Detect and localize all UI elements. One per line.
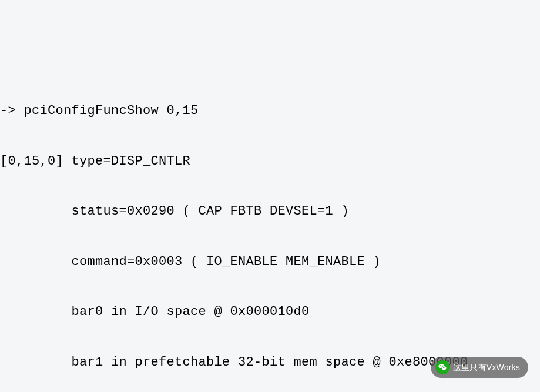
watermark-text: 这里只有VxWorks: [453, 359, 520, 376]
wechat-icon: [435, 360, 450, 374]
terminal-line: -> pciConfigFuncShow 0,15: [0, 103, 540, 120]
terminal-line: command=0x0003 ( IO_ENABLE MEM_ENABLE ): [0, 254, 540, 271]
watermark-badge: 这里只有VxWorks: [431, 357, 528, 378]
terminal-line: [0,15,0] type=DISP_CNTLR: [0, 153, 540, 170]
terminal-output: -> pciConfigFuncShow 0,15 [0,15,0] type=…: [0, 69, 540, 392]
terminal-line: bar0 in I/O space @ 0x000010d0: [0, 304, 540, 321]
wechat-icon-svg: [438, 363, 447, 372]
terminal-line: status=0x0290 ( CAP FBTB DEVSEL=1 ): [0, 203, 540, 220]
